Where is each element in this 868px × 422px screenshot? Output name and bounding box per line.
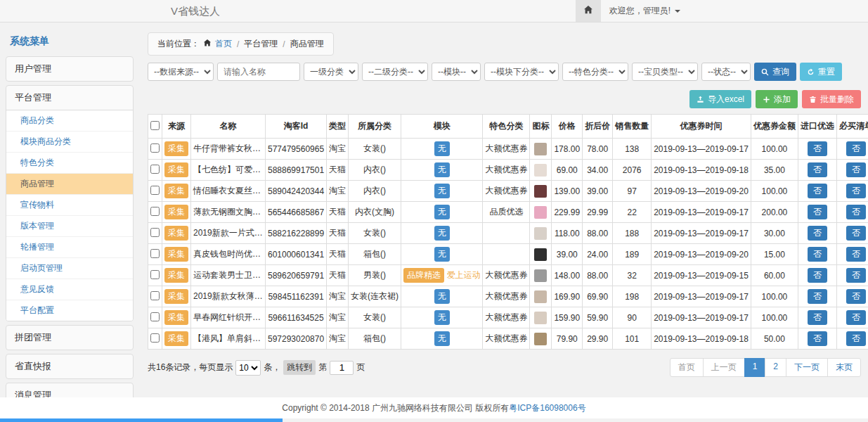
must-buy-toggle-button[interactable]: 否: [846, 310, 866, 325]
price: 39.00: [552, 244, 583, 265]
product-name: 运动套装男士卫衣初秋...: [191, 265, 266, 286]
coupon-time: 2019-09-13—2019-09-17: [652, 139, 751, 160]
import-toggle-button[interactable]: 否: [808, 268, 827, 283]
pager-button[interactable]: 2: [765, 358, 786, 377]
price: 79.90: [552, 328, 583, 350]
row-checkbox[interactable]: [150, 228, 160, 237]
module-select[interactable]: --模块--: [432, 63, 481, 81]
column-header: 淘客Id: [266, 115, 327, 139]
pager-button[interactable]: 末页: [827, 358, 861, 377]
must-buy-toggle-button[interactable]: 否: [846, 162, 866, 177]
product-name: 情侣睡衣女夏丝绸男士...: [191, 181, 266, 202]
sidebar-subitem[interactable]: 意见反馈: [6, 279, 133, 300]
breadcrumb-home-link[interactable]: 首页: [215, 38, 232, 50]
import-toggle-button[interactable]: 否: [808, 247, 827, 262]
pager-button[interactable]: 首页: [670, 358, 704, 377]
sidebar-subitem[interactable]: 宣传物料: [6, 195, 133, 216]
row-checkbox[interactable]: [150, 143, 160, 153]
level2-category-select[interactable]: --二级分类--: [362, 63, 428, 81]
import-excel-button[interactable]: 导入excel: [689, 90, 751, 108]
level1-category-select[interactable]: 一级分类: [304, 63, 358, 81]
coupon-time: 2019-09-13—2019-09-17: [652, 223, 751, 244]
sidebar-subitem[interactable]: 商品管理: [6, 174, 133, 195]
pager-button[interactable]: 下一页: [786, 358, 828, 377]
module-subcategory-select[interactable]: --模块下分类--: [484, 63, 559, 81]
page-number-input[interactable]: [330, 361, 354, 375]
product-name: 【港风】单肩斜挎链条...: [191, 328, 266, 350]
must-buy-toggle-button[interactable]: 否: [846, 268, 866, 283]
sidebar-subitem[interactable]: 模块商品分类: [6, 132, 133, 153]
sidebar-subitem[interactable]: 特色分类: [6, 153, 133, 174]
icp-link[interactable]: 粤ICP备16098006号: [509, 403, 585, 413]
home-button[interactable]: [576, 0, 601, 22]
sidebar-item[interactable]: 用户管理: [6, 57, 133, 81]
price: 229.99: [552, 202, 583, 223]
column-header: 折后价: [583, 115, 613, 139]
module-cell: 无: [401, 202, 483, 223]
product-thumbnail: [534, 206, 547, 219]
sidebar-subitem[interactable]: 版本管理: [6, 216, 133, 237]
import-toggle-button[interactable]: 否: [808, 310, 827, 325]
sidebar-item[interactable]: 拼团管理: [6, 326, 133, 350]
add-button[interactable]: 添加: [756, 90, 798, 108]
user-dropdown[interactable]: 欢迎您，管理员!: [601, 0, 689, 22]
import-toggle-button[interactable]: 否: [808, 331, 827, 346]
table-row: 采集运动套装男士卫衣初秋...589620659791天猫男装()品牌精选 爱上…: [148, 265, 868, 286]
feature-category: [483, 223, 530, 244]
row-checkbox[interactable]: [150, 207, 160, 216]
reset-button[interactable]: 重置: [800, 63, 842, 81]
import-toggle-button[interactable]: 否: [808, 141, 827, 156]
coupon-amount: 100.00: [751, 139, 798, 160]
source-cell: 采集: [162, 223, 191, 244]
row-checkbox-cell: [148, 160, 162, 181]
row-checkbox[interactable]: [150, 249, 160, 258]
table-row: 采集2019新款女秋薄款...598451162391淘宝女装(连衣裙)无大额优…: [148, 286, 868, 307]
per-page-select[interactable]: 10: [235, 360, 261, 376]
sidebar-subitem[interactable]: 启动页管理: [6, 258, 133, 279]
import-toggle-button[interactable]: 否: [808, 205, 827, 219]
sidebar-subitem[interactable]: 轮播管理: [6, 237, 133, 258]
row-checkbox[interactable]: [150, 333, 160, 343]
sidebar-item[interactable]: 平台管理: [6, 86, 133, 110]
row-checkbox[interactable]: [150, 270, 160, 279]
select-all-checkbox[interactable]: [150, 121, 160, 130]
must-buy-cell: 否: [836, 328, 868, 350]
product-name: 2019新款一片式系...: [191, 223, 266, 244]
import-toggle-button[interactable]: 否: [808, 162, 827, 177]
pager-button[interactable]: 1: [744, 358, 766, 377]
must-buy-toggle-button[interactable]: 否: [846, 141, 866, 156]
sales-count: 188: [613, 223, 652, 244]
must-buy-toggle-button[interactable]: 否: [846, 331, 866, 346]
row-checkbox[interactable]: [150, 291, 160, 300]
row-checkbox[interactable]: [150, 186, 160, 195]
item-type-select[interactable]: --宝贝类型--: [632, 63, 698, 81]
must-buy-toggle-button[interactable]: 否: [846, 226, 866, 241]
row-checkbox[interactable]: [150, 165, 160, 174]
product-name: 早春网红针织开衫女春...: [191, 307, 266, 328]
sidebar-subitem[interactable]: 平台配置: [6, 300, 133, 321]
pager-button[interactable]: 上一页: [703, 358, 745, 377]
must-buy-toggle-button[interactable]: 否: [846, 184, 866, 198]
import-toggle-button[interactable]: 否: [808, 289, 827, 304]
status-select[interactable]: --状态--: [701, 63, 751, 81]
module-cell: 无: [401, 160, 483, 181]
horizontal-scrollbar-thumb[interactable]: [0, 418, 283, 422]
import-toggle-button[interactable]: 否: [808, 226, 827, 241]
sidebar-item[interactable]: 省直快报: [6, 354, 133, 378]
sidebar-subitem[interactable]: 商品分类: [6, 110, 133, 132]
feature-category-select[interactable]: --特色分类--: [562, 63, 628, 81]
must-buy-toggle-button[interactable]: 否: [846, 205, 866, 219]
data-source-select[interactable]: --数据来源--: [148, 63, 214, 81]
name-input[interactable]: [217, 63, 300, 81]
batch-delete-button[interactable]: 批量删除: [802, 90, 861, 108]
must-buy-toggle-button[interactable]: 否: [846, 289, 866, 304]
jump-to-button[interactable]: 跳转到: [283, 360, 316, 375]
module-cell: 无: [401, 307, 483, 328]
import-toggle-button[interactable]: 否: [808, 184, 827, 198]
module-cell: 无: [401, 181, 483, 202]
row-checkbox[interactable]: [150, 312, 160, 321]
icon-cell: [530, 286, 552, 307]
must-buy-toggle-button[interactable]: 否: [846, 247, 866, 262]
price: 118.00: [552, 223, 583, 244]
search-button[interactable]: 查询: [754, 63, 796, 81]
